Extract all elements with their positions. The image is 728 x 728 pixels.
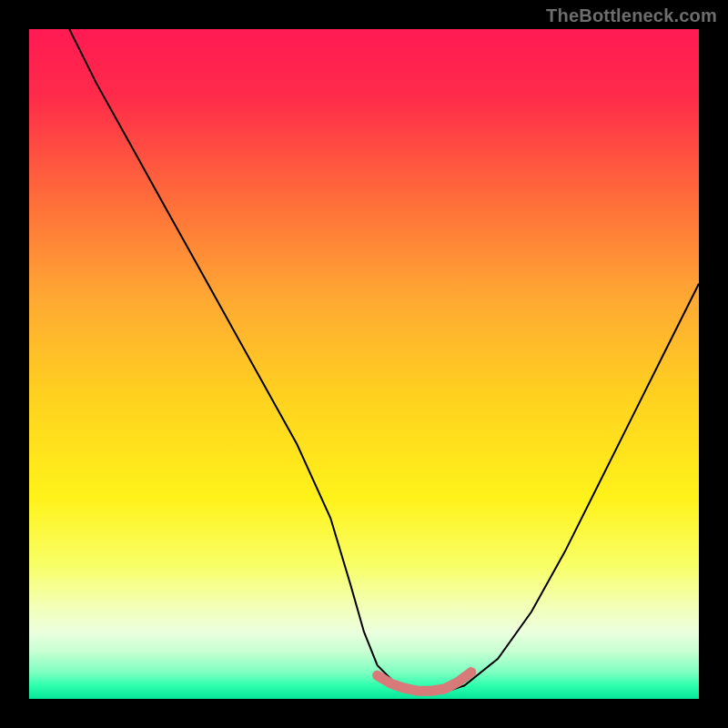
gradient-background [29,29,699,699]
gradient-rect [29,29,699,699]
watermark-text: TheBottleneck.com [546,5,717,26]
plot-area [29,29,699,699]
chart-frame: TheBottleneck.com [0,0,728,728]
